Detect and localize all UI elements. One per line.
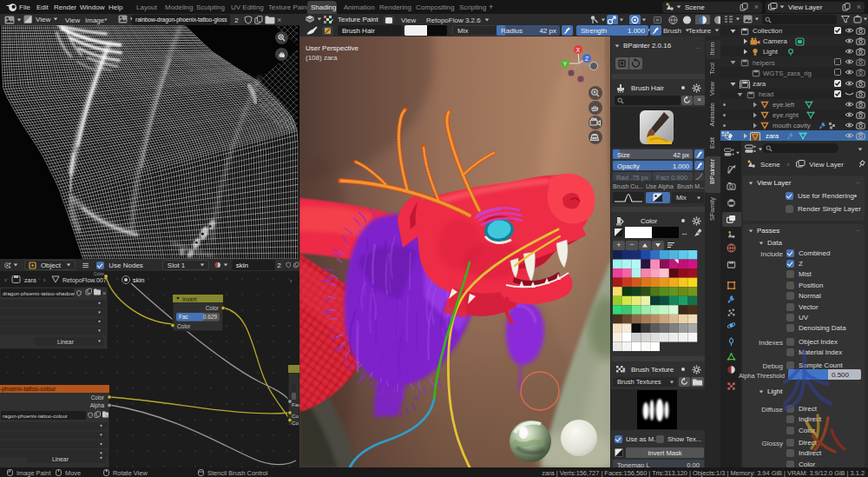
svg-text:Co: Co xyxy=(292,413,299,419)
svg-text:Color: Color xyxy=(177,323,191,329)
svg-text:Color: Color xyxy=(206,305,220,311)
svg-text:›: › xyxy=(4,277,7,283)
svg-text:Invert: Invert xyxy=(182,296,197,302)
svg-text:Y: Y xyxy=(563,61,568,67)
svg-text:Linear: Linear xyxy=(52,456,69,462)
svg-text:-phoenix-tattoo-colour: -phoenix-tattoo-colour xyxy=(0,386,56,393)
svg-text:skin: skin xyxy=(133,276,144,284)
svg-text:RetopoFlow.007: RetopoFlow.007 xyxy=(62,277,107,284)
svg-text:zara: zara xyxy=(24,277,36,283)
svg-text:X: X xyxy=(576,47,581,53)
svg-text:ragon-phoenix-tattoo-colour: ragon-phoenix-tattoo-colour xyxy=(3,413,68,419)
svg-text:Fac: Fac xyxy=(179,314,188,320)
svg-text:‹: ‹ xyxy=(290,278,293,284)
svg-text:User Perspective: User Perspective xyxy=(306,44,358,52)
svg-text:›: › xyxy=(43,277,46,283)
svg-text:×: × xyxy=(105,412,108,420)
svg-text:0.629: 0.629 xyxy=(203,314,217,320)
svg-text:(108) zara: (108) zara xyxy=(306,54,338,62)
svg-text:Co: Co xyxy=(292,420,299,426)
svg-text:×: × xyxy=(102,289,106,297)
svg-text:Linear: Linear xyxy=(57,339,75,345)
svg-text:Color: Color xyxy=(94,271,104,276)
svg-text:Color: Color xyxy=(91,394,105,401)
svg-text:Fac: Fac xyxy=(292,401,299,407)
svg-text:dragon-phoenix-tattoo-shadow: dragon-phoenix-tattoo-shadow xyxy=(3,290,75,296)
svg-text:Z: Z xyxy=(585,56,589,62)
svg-text:Alpha: Alpha xyxy=(90,402,105,409)
